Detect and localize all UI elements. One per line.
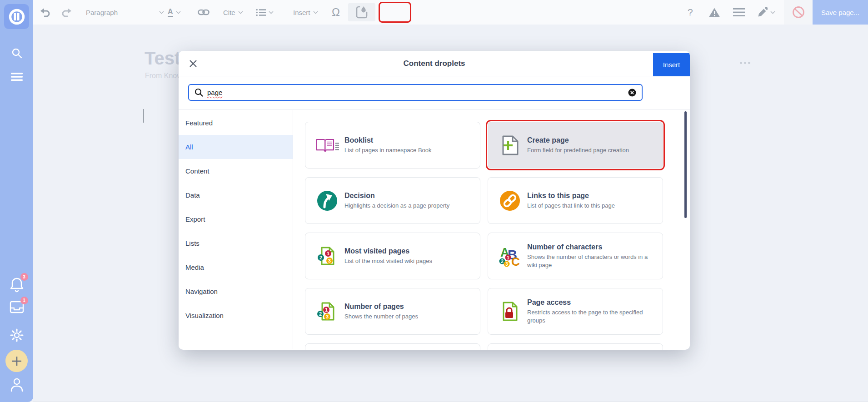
droplet-card-most-visited-pages[interactable]: 1 2 3 Most visited pages List of the mos… [305, 233, 480, 279]
undo-button[interactable] [40, 0, 50, 25]
notifications-button[interactable]: 3 [0, 276, 33, 294]
droplet-title: Links to this page [527, 192, 621, 200]
inbox-badge: 1 [20, 297, 28, 304]
droplet-card-number-of-characters[interactable]: A B C 1 2 3 Number of characters Shows t… [488, 233, 663, 279]
close-icon [189, 60, 197, 68]
droplet-description: Form field for predefined page creation [527, 146, 635, 154]
category-export[interactable]: Export [179, 207, 293, 231]
category-visualization[interactable]: Visualization [179, 303, 293, 328]
most-visited-pages-icon: 1 2 3 [317, 246, 338, 267]
dialog-body: Featured All Content Data Export Lists M… [179, 110, 690, 349]
plus-icon [12, 356, 22, 366]
settings-button[interactable] [0, 328, 33, 342]
droplet-description: Shows the number of characters or words … [527, 253, 663, 268]
redo-button[interactable] [61, 0, 72, 25]
ellipsis-icon [740, 62, 742, 64]
dialog-header: Content droplets Insert [179, 51, 690, 76]
text-cursor [143, 109, 144, 123]
droplet-description: List of the most visited wiki pages [344, 257, 439, 265]
undo-icon [40, 7, 50, 17]
page-access-icon [500, 301, 519, 322]
droplet-card-create-page[interactable]: Create page Form field for predefined pa… [488, 122, 663, 169]
clear-search-button[interactable] [628, 89, 636, 97]
droplet-search-input[interactable]: page [188, 84, 643, 101]
droplet-description: Highlights a decision as a page property [344, 202, 456, 209]
chevron-down-icon [313, 11, 318, 14]
person-icon [10, 377, 24, 392]
hamburger-icon [10, 72, 23, 82]
content-droplet-icon [356, 5, 368, 19]
cite-dropdown[interactable]: Cite [223, 0, 243, 25]
droplet-description: Restricts access to the page to the spec… [527, 308, 663, 324]
category-lists[interactable]: Lists [179, 231, 293, 255]
editor-mode-dropdown[interactable] [758, 0, 775, 25]
droplet-title: Decision [344, 192, 456, 200]
droplet-card-partial[interactable] [305, 343, 480, 350]
list-structure-dropdown[interactable] [256, 0, 274, 25]
droplet-description: List of pages in namespace Book [344, 146, 438, 154]
search-icon [195, 88, 203, 97]
pencil-icon [758, 7, 768, 17]
category-content[interactable]: Content [179, 159, 293, 183]
dialog-scrollbar[interactable] [684, 111, 687, 218]
category-list: Featured All Content Data Export Lists M… [179, 110, 293, 349]
droplet-card-partial[interactable] [488, 343, 663, 350]
save-page-button[interactable]: Save page... [813, 0, 868, 25]
text-style-dropdown[interactable]: A [168, 0, 181, 25]
cancel-edit-button[interactable] [784, 0, 813, 25]
svg-text:2: 2 [501, 258, 504, 263]
close-dialog-button[interactable] [188, 59, 198, 69]
search-query-text: page [207, 89, 624, 96]
droplet-card-number-of-pages[interactable]: 1 2 3 Number of pages Shows the number o… [305, 288, 480, 335]
chevron-down-icon [176, 11, 181, 14]
app-logo[interactable] [4, 4, 29, 29]
sidebar-menu-button[interactable] [0, 72, 33, 82]
number-of-pages-icon: 1 2 3 [317, 301, 338, 322]
decision-icon [317, 190, 338, 211]
droplet-card-page-access[interactable]: Page access Restricts access to the page… [488, 288, 663, 335]
booklist-icon [315, 136, 339, 154]
notices-button[interactable] [708, 0, 720, 25]
question-icon: ? [688, 7, 693, 18]
droplet-card-links-to-this-page[interactable]: Links to this page List of pages that li… [488, 177, 663, 224]
category-data[interactable]: Data [179, 183, 293, 207]
droplet-card-booklist[interactable]: Booklist List of pages in namespace Book [305, 122, 480, 169]
notifications-badge: 3 [20, 273, 28, 281]
content-droplets-button[interactable] [348, 3, 375, 21]
help-button[interactable]: ? [688, 0, 693, 25]
text-style-icon: A [168, 8, 173, 17]
profile-button[interactable] [0, 377, 33, 392]
droplet-card-grid: Booklist List of pages in namespace Book… [293, 110, 690, 349]
droplet-title: Number of characters [527, 243, 663, 251]
redo-icon [61, 7, 72, 17]
paragraph-format-label: Paragraph [86, 9, 118, 16]
droplet-title: Number of pages [344, 303, 424, 311]
create-page-icon [500, 135, 520, 156]
link-button[interactable] [198, 0, 210, 25]
category-featured[interactable]: Featured [179, 111, 293, 135]
page-more-options-button[interactable] [740, 62, 750, 64]
warning-icon [708, 7, 720, 18]
droplet-title: Create page [527, 136, 635, 144]
special-character-button[interactable]: Ω [332, 0, 340, 25]
category-media[interactable]: Media [179, 255, 293, 279]
paragraph-format-dropdown[interactable]: Paragraph [86, 0, 164, 25]
annotation-droplet-button [379, 2, 411, 23]
category-all[interactable]: All [179, 135, 293, 159]
inbox-button[interactable]: 1 [0, 300, 33, 316]
page-options-button[interactable] [733, 0, 745, 25]
droplet-description: Shows the number of pages [344, 313, 424, 320]
category-navigation[interactable]: Navigation [179, 279, 293, 303]
main-sidebar: 3 1 [0, 0, 33, 402]
droplet-title: Most visited pages [344, 247, 439, 255]
insert-dropdown[interactable]: Insert [293, 0, 318, 25]
editor-toolbar: Paragraph A Cite Insert [33, 0, 868, 25]
content-droplets-dialog: Content droplets Insert page Featured Al… [179, 51, 690, 350]
sidebar-search-button[interactable] [0, 47, 33, 59]
add-new-button[interactable] [5, 350, 28, 372]
svg-text:2: 2 [319, 254, 322, 260]
dialog-insert-button[interactable]: Insert [653, 53, 690, 76]
droplet-card-decision[interactable]: Decision Highlights a decision as a page… [305, 177, 480, 224]
svg-text:1: 1 [327, 250, 329, 256]
bullet-list-icon [256, 9, 266, 16]
